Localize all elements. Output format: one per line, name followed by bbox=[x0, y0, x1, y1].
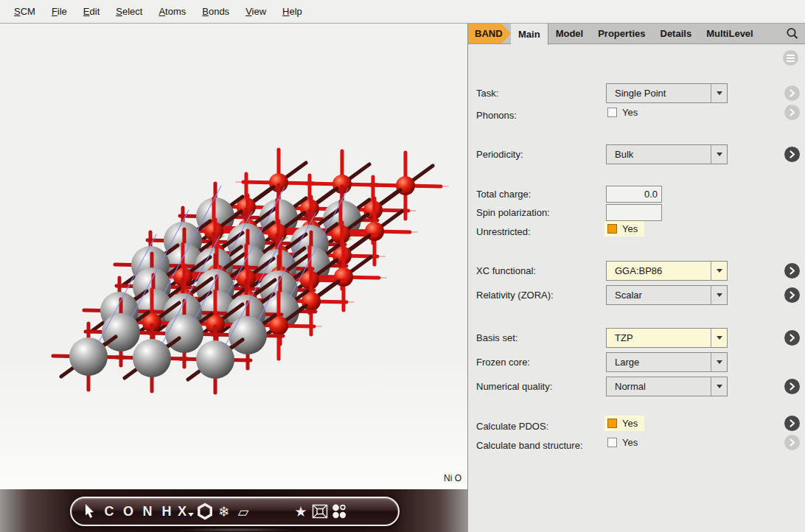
ni-atom[interactable] bbox=[165, 315, 203, 353]
crystal-structure-scene[interactable] bbox=[0, 24, 467, 489]
menu-item-file[interactable]: File bbox=[43, 6, 75, 17]
plane-tool-icon[interactable]: ▱ bbox=[234, 497, 253, 526]
chevron-down-icon[interactable] bbox=[711, 353, 727, 371]
ni-atom[interactable] bbox=[133, 339, 171, 377]
tab-main[interactable]: Main bbox=[511, 24, 548, 45]
numerical-quality-detail-button[interactable] bbox=[784, 379, 800, 394]
chevron-down-icon[interactable] bbox=[711, 145, 727, 164]
row-periodicity-label: Periodicity: bbox=[476, 144, 523, 164]
frozen-core-dropdown[interactable]: Large bbox=[606, 352, 728, 372]
phonons-checkbox-row: Yes bbox=[604, 105, 644, 120]
band-badge: BAND bbox=[468, 24, 511, 43]
total-charge-field[interactable] bbox=[606, 186, 662, 203]
toolbar-strip: CONHX❄▱★ bbox=[0, 489, 468, 532]
task-dropdown-value: Single Point bbox=[607, 88, 711, 99]
calculate-band-structure-checkbox[interactable] bbox=[607, 438, 617, 447]
xc-functional-dropdown-value: GGA:BP86 bbox=[607, 265, 711, 276]
tab-model[interactable]: Model bbox=[548, 24, 591, 43]
relativity-detail-button[interactable] bbox=[784, 287, 800, 303]
calculate-pdos-checkbox-label: Yes bbox=[622, 418, 638, 429]
element-button-x[interactable]: X bbox=[176, 497, 195, 526]
relativity-dropdown-value: Scalar bbox=[607, 290, 711, 301]
row-numerical-quality-label: Numerical quality: bbox=[476, 377, 552, 396]
crystal-tool-icon[interactable]: ❄ bbox=[215, 497, 234, 526]
row-frozen-core-label: Frozen core: bbox=[476, 352, 530, 372]
basis-set-dropdown[interactable]: TZP bbox=[606, 328, 728, 348]
fragments-dots-icon[interactable] bbox=[330, 497, 349, 526]
menu-item-select[interactable]: Select bbox=[108, 6, 150, 17]
row-relativity-label: Relativity (ZORA): bbox=[476, 285, 554, 305]
element-button-o[interactable]: O bbox=[119, 497, 138, 526]
menu-bar: SCMFileEditSelectAtomsBondsViewHelp bbox=[0, 0, 805, 24]
phonons-checkbox[interactable] bbox=[607, 108, 617, 117]
chevron-down-icon[interactable] bbox=[711, 329, 727, 347]
chevron-down-icon[interactable] bbox=[711, 262, 727, 280]
xc-functional-dropdown[interactable]: GGA:BP86 bbox=[606, 261, 728, 281]
unrestricted-checkbox-label: Yes bbox=[622, 223, 638, 234]
menu-item-view[interactable]: View bbox=[237, 6, 274, 17]
element-toolbar: CONHX❄▱★ bbox=[70, 497, 400, 526]
tab-bar: BAND MainModelPropertiesDetailsMultiLeve… bbox=[468, 24, 805, 44]
row-phonons-label: Phonons: bbox=[476, 105, 517, 125]
menu-item-edit[interactable]: Edit bbox=[75, 6, 108, 17]
basis-set-detail-button[interactable] bbox=[784, 330, 800, 346]
perspective-box-icon[interactable] bbox=[310, 497, 330, 526]
periodicity-detail-button[interactable] bbox=[784, 147, 800, 162]
periodicity-dropdown[interactable]: Bulk bbox=[606, 144, 728, 164]
ring-tool-icon[interactable] bbox=[195, 497, 215, 526]
tabs: MainModelPropertiesDetailsMultiLevel bbox=[511, 24, 761, 43]
row-basis-set-label: Basis set: bbox=[476, 328, 518, 348]
favorites-star-icon[interactable]: ★ bbox=[291, 497, 310, 526]
element-button-n[interactable]: N bbox=[138, 497, 157, 526]
calculate-pdos-detail-button[interactable] bbox=[784, 416, 800, 431]
input-panel: BAND MainModelPropertiesDetailsMultiLeve… bbox=[468, 24, 805, 532]
unrestricted-checkbox[interactable] bbox=[607, 224, 617, 234]
calculate-band-structure-checkbox-label: Yes bbox=[622, 437, 638, 448]
chevron-down-icon[interactable] bbox=[711, 286, 727, 304]
xc-functional-detail-button[interactable] bbox=[784, 263, 800, 279]
frozen-core-dropdown-value: Large bbox=[607, 357, 711, 368]
structure-viewer[interactable]: Ni O bbox=[0, 24, 468, 489]
task-dropdown[interactable]: Single Point bbox=[606, 83, 728, 103]
basis-set-dropdown-value: TZP bbox=[607, 332, 711, 343]
ni-atom[interactable] bbox=[229, 316, 267, 354]
spin-polarization-field[interactable] bbox=[606, 204, 662, 221]
phonons-detail-button bbox=[784, 105, 800, 120]
ams-input-window: SCMFileEditSelectAtomsBondsViewHelp Ni O… bbox=[0, 0, 805, 532]
chevron-down-icon[interactable] bbox=[711, 84, 727, 102]
calculate-pdos-checkbox[interactable] bbox=[607, 419, 617, 428]
row-task-label: Task: bbox=[476, 83, 498, 103]
calculate-band-structure-checkbox-row: Yes bbox=[604, 435, 644, 450]
unrestricted-checkbox-row: Yes bbox=[604, 221, 644, 237]
chevron-down-icon[interactable] bbox=[711, 377, 727, 396]
row-calculate-pdos-label: Calculate PDOS: bbox=[476, 416, 548, 436]
toolbar-spacer bbox=[253, 511, 291, 512]
row-unrestricted-label: Unrestricted: bbox=[476, 222, 531, 242]
row-spin-polarization-label: Spin polarization: bbox=[476, 203, 550, 223]
ni-atom[interactable] bbox=[196, 340, 234, 379]
calculate-pdos-checkbox-row: Yes bbox=[604, 416, 644, 431]
menu-item-bonds[interactable]: Bonds bbox=[194, 6, 237, 17]
ni-atom[interactable] bbox=[102, 313, 140, 351]
formula-label: Ni O bbox=[444, 473, 461, 483]
menu-item-scm[interactable]: SCM bbox=[6, 6, 43, 17]
panel-menu-icon[interactable] bbox=[783, 50, 798, 66]
numerical-quality-dropdown[interactable]: Normal bbox=[606, 377, 728, 396]
row-xc-functional-label: XC functional: bbox=[476, 261, 536, 281]
row-total-charge-label: Total charge: bbox=[476, 184, 531, 204]
pointer-icon[interactable] bbox=[80, 497, 100, 526]
ni-atom[interactable] bbox=[69, 337, 108, 376]
search-icon[interactable] bbox=[784, 26, 801, 42]
element-button-h[interactable]: H bbox=[157, 497, 176, 526]
calculate-band-structure-detail-button bbox=[784, 435, 800, 450]
tab-details[interactable]: Details bbox=[653, 24, 700, 43]
task-detail-button bbox=[784, 85, 800, 101]
menu-item-atoms[interactable]: Atoms bbox=[150, 6, 194, 17]
relativity-dropdown[interactable]: Scalar bbox=[606, 285, 728, 305]
tab-properties[interactable]: Properties bbox=[590, 24, 652, 43]
menu-item-help[interactable]: Help bbox=[274, 6, 310, 17]
periodicity-dropdown-value: Bulk bbox=[607, 149, 711, 160]
element-button-c[interactable]: C bbox=[100, 497, 119, 526]
row-calculate-band-structure-label: Calculate band structure: bbox=[476, 435, 583, 455]
tab-multilevel[interactable]: MultiLevel bbox=[699, 24, 761, 43]
